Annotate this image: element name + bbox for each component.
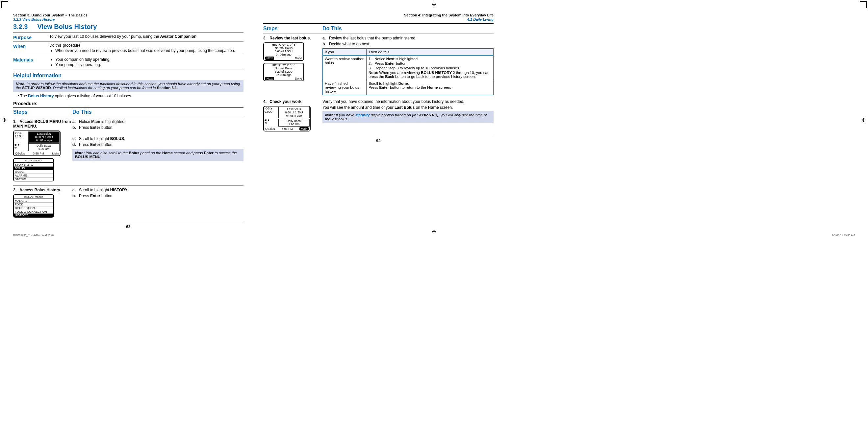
step-1-note: Note: You can also scroll to the Bolus p… (72, 149, 244, 161)
footer-file: DOC15736_Rev-A-Man.indd 63-64 (13, 234, 54, 237)
running-head-section-r: Section 4: Integrating the System into E… (263, 13, 494, 18)
steps-header: Steps Do This (13, 109, 244, 115)
bolus-menu-items: MANUALFOODCORRECTIONFOOD & CORRECTIONHIS… (14, 199, 53, 217)
decision-r2-c2: Scroll to highlight Done. Press Enter bu… (367, 80, 494, 95)
bolus-history-bullet: • The Bolus History option gives a listi… (18, 94, 244, 98)
step-1: 1. Access BOLUS MENU from MAIN MENU. IOB… (13, 117, 244, 183)
decision-table: If you Then do this Want to review anoth… (322, 48, 494, 95)
step-4: 4. Check your work. IOB ≥ 9.02U Last Bol… (263, 97, 494, 133)
main-menu-screen-mock: MAIN MENU STOP BASALBOLUSBASALALARMSSTAT… (13, 158, 54, 181)
registration-mark-bottom (432, 230, 436, 234)
materials-text: Your companion fully operating. Your pum… (49, 57, 244, 68)
materials-label: Materials (13, 57, 49, 68)
page-right: Section 4: Integrating the System into E… (263, 13, 494, 229)
step-4-note: Note: If you have Magnify display option… (322, 111, 494, 123)
registration-mark-right (861, 118, 866, 122)
home-screen-mock: IOB ≥ 9.18U Last Bolus 0.60 of 1.30U 0h … (13, 131, 61, 156)
crop-mark-tr (860, 1, 867, 8)
decision-r1-c1: Want to review another bolus (323, 56, 367, 80)
decision-th-ifyou: If you (323, 49, 367, 56)
page-number-right: 64 (263, 138, 494, 143)
purpose-text: To view your last 10 boluses delivered b… (49, 34, 244, 40)
running-head-right: Section 4: Integrating the System into E… (263, 13, 494, 22)
section-title-text: View Bolus History (37, 23, 97, 30)
registration-mark-top (432, 2, 436, 7)
decision-th-then: Then do this (367, 49, 494, 56)
section-title: 3.2.3 View Bolus History (13, 23, 244, 31)
helpful-information-heading: Helpful Information (13, 73, 244, 78)
step-2: 2. Access Bolus History. BOLUS MENU MANU… (13, 185, 244, 219)
main-menu-items: STOP BASALBOLUSBASALALARMSSTATUS (14, 163, 53, 181)
decision-r1-c2: 1.Notice Next is highlighted. 2.Press En… (367, 56, 494, 80)
steps-header-r: Steps Do This (263, 26, 494, 32)
page-left: Section 3: Using Your System – The Basic… (13, 13, 244, 229)
page-number-left: 63 (13, 225, 244, 229)
when-text: Do this procedure: Whenever you need to … (49, 43, 244, 54)
footer-stamp: 2/9/09 11:29:39 AM (832, 234, 855, 237)
decision-r2-c1: Have finished reviewing your bolus histo… (323, 80, 367, 95)
purpose-label: Purpose (13, 34, 49, 40)
bolus-menu-screen-mock: BOLUS MENU MANUALFOODCORRECTIONFOOD & CO… (13, 194, 54, 217)
step-3-title: Review the last bolus. (270, 36, 311, 40)
running-head-left: Section 3: Using Your System – The Basic… (13, 13, 244, 22)
do-this-col-label-r: Do This (322, 26, 494, 32)
running-head-section: Section 3: Using Your System – The Basic… (13, 13, 244, 18)
procedure-heading: Procedure: (13, 101, 244, 106)
registration-mark-left (2, 118, 7, 122)
when-label: When (13, 43, 49, 54)
step-1-title: Access BOLUS MENU from MAIN MENU. (13, 119, 71, 129)
running-head-subsection: 3.2.3 View Bolus History (13, 18, 244, 22)
step-4-title: Check your work. (270, 99, 302, 104)
running-head-subsection-r: 4.1 Daily Living (263, 18, 494, 22)
steps-col-label-r: Steps (263, 26, 322, 32)
info-grid: Purpose To view your last 10 boluses del… (13, 34, 244, 68)
setup-wizard-note: Note: In order to follow the directions … (13, 80, 244, 92)
history-1-screen-mock: HISTORY 1 of 3 Normal Bolus 0.60 of 1.30… (263, 42, 304, 61)
home-screen-mock-2: IOB ≥ 9.02U Last Bolus 0.60 of 1.30U 0h … (263, 106, 311, 132)
steps-col-label: Steps (13, 109, 72, 115)
step-2-title: Access Bolus History. (20, 188, 61, 192)
section-number: 3.2.3 (13, 23, 35, 31)
do-this-col-label: Do This (72, 109, 244, 115)
step-3: 3. Review the last bolus. HISTORY 1 of 3… (263, 34, 494, 95)
history-2-screen-mock: HISTORY 2 of 3 Normal Bolus 5.20 of 5.20… (263, 63, 304, 81)
crop-mark-tl (1, 1, 8, 8)
